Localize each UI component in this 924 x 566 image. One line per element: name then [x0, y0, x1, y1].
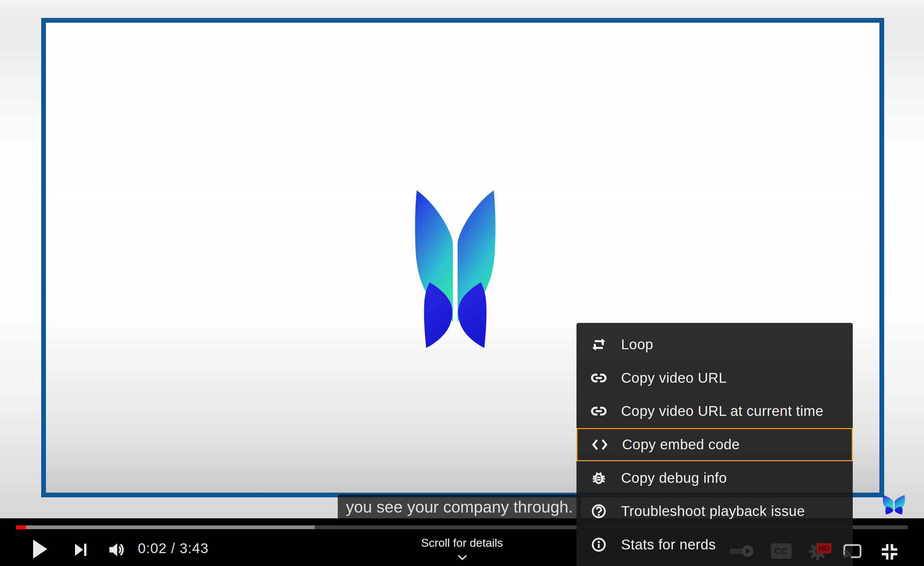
help-icon [590, 503, 608, 520]
link-icon [590, 369, 608, 387]
caption-text: you see your company through. [338, 494, 581, 520]
chevron-down-icon[interactable] [457, 554, 467, 561]
menu-item-label: Troubleshoot playback issue [621, 503, 805, 519]
menu-item-copy-video-url-at-current-time[interactable]: Copy video URL at current time [576, 394, 853, 428]
menu-item-label: Copy video URL [621, 370, 727, 386]
butterfly-watermark [883, 495, 905, 515]
menu-item-copy-embed-code[interactable]: Copy embed code [576, 428, 853, 462]
context-menu: Loop Copy video URL [576, 323, 853, 566]
menu-item-copy-video-url[interactable]: Copy video URL [576, 361, 853, 395]
autoplay-toggle-icon[interactable] [729, 544, 755, 558]
menu-item-loop[interactable]: Loop [576, 328, 853, 361]
repeat-icon [590, 336, 608, 353]
butterfly-logo [415, 190, 496, 349]
info-icon [590, 536, 608, 554]
menu-item-troubleshoot-playback-issue[interactable]: Troubleshoot playback issue [576, 495, 853, 528]
video-player: you see your company through. 0:02 / 3:4… [0, 0, 924, 566]
menu-item-label: Stats for nerds [621, 537, 716, 553]
menu-item-label: Copy debug info [621, 470, 727, 486]
exit-fullscreen-icon[interactable] [879, 542, 900, 562]
code-icon [590, 436, 609, 453]
cast-icon[interactable] [841, 542, 864, 561]
menu-item-label: Loop [621, 336, 653, 353]
menu-item-label: Copy embed code [622, 437, 740, 453]
menu-item-copy-debug-info[interactable]: Copy debug info [576, 461, 853, 495]
progress-played [16, 525, 26, 529]
cc-icon[interactable]: CC [771, 543, 792, 559]
bug-icon [590, 469, 608, 487]
menu-item-label: Copy video URL at current time [621, 403, 824, 419]
progress-buffered [16, 525, 315, 529]
hd-badge: HD [817, 543, 831, 554]
link-icon [590, 402, 608, 420]
